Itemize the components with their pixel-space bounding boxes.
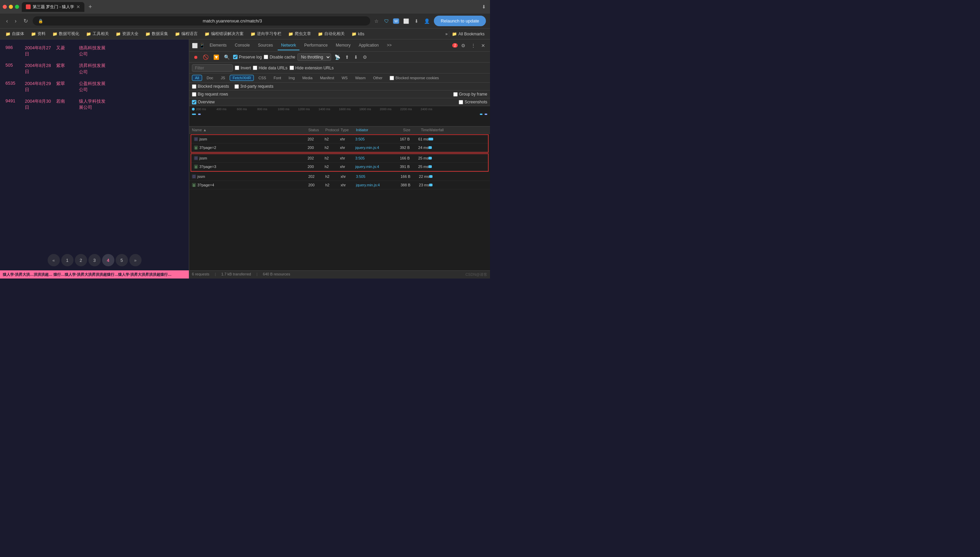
tab-elements[interactable]: Elements [206,41,230,50]
network-row-jssm-2[interactable]: □ jssm 202 h2 xhr 3:505 166 B 25 ms [191,154,488,163]
bookmark-resources[interactable]: 📁 资源大全 [113,30,141,37]
row-initiator-1[interactable]: 3:505 [355,137,389,141]
type-btn-css[interactable]: CSS [255,75,269,81]
reload-button[interactable]: ↻ [21,16,30,26]
upload-icon[interactable]: ⬆ [344,54,351,60]
bookmark-media[interactable]: 📁 自媒体 [3,30,27,37]
bookmark-reverse[interactable]: 📁 逆向学习专栏 [248,30,284,37]
network-row-page4[interactable]: {} 3?page=4 200 h2 xhr jquery.min.js:4 3… [189,181,490,189]
profile-icon[interactable]: 👤 [423,17,431,25]
header-name[interactable]: Name ▲ [192,128,308,132]
bookmark-debug[interactable]: 📁 编程错误解决方案 [202,30,247,37]
devtools-inspect-icon[interactable]: ⬜ [192,43,198,48]
type-btn-wasm[interactable]: Wasm [352,75,369,81]
blocked-requests-label[interactable]: Blocked requests [192,84,229,89]
active-tab[interactable]: 第三题 罗生门 - 猿人学 ✕ [22,2,84,12]
page-5-button[interactable]: 5 [116,254,128,266]
tab-network[interactable]: Network [278,41,299,50]
page-1-button[interactable]: 1 [61,254,74,266]
hide-data-urls-label[interactable]: Hide data URLs [253,66,287,70]
network-row-page3[interactable]: {} 3?page=3 200 h2 xhr jquery.min.js:4 3… [191,163,488,171]
bookmark-spider[interactable]: 📁 爬虫文章 [286,30,314,37]
invert-checkbox[interactable] [235,66,239,70]
url-bar[interactable]: 🔒 match.yuanrenxue.cn/match/3 [33,16,370,26]
bookmark-star-icon[interactable]: ☆ [373,17,380,25]
type-btn-img[interactable]: Img [286,75,298,81]
page-3-button[interactable]: 3 [88,254,101,266]
type-btn-ws[interactable]: WS [338,75,351,81]
type-btn-other[interactable]: Other [370,75,385,81]
bookmark-data-collect[interactable]: 📁 数据采集 [142,30,171,37]
extension-icon-1[interactable]: W [393,18,399,24]
blocked-requests-checkbox[interactable] [192,84,196,89]
row-initiator-4[interactable]: jquery.min.js:4 [355,164,389,169]
bookmark-tools[interactable]: 📁 工具相关 [83,30,112,37]
new-tab-button[interactable]: + [86,3,95,11]
shield-icon[interactable]: 🛡 [383,17,390,25]
settings-icon[interactable]: ⚙ [459,41,467,50]
hide-ext-urls-label[interactable]: Hide extension URLs [289,66,334,70]
tab-console[interactable]: Console [231,41,253,50]
network-row-jssm-3[interactable]: □ jssm 202 h2 xhr 3:505 166 B 22 ms [189,173,490,181]
bookmark-lang[interactable]: 📁 编程语言 [172,30,201,37]
overview-checkbox[interactable] [192,100,196,104]
row-initiator-6[interactable]: jquery.min.js:4 [356,183,390,187]
tab-memory[interactable]: Memory [332,41,354,50]
close-devtools-icon[interactable]: ✕ [479,41,487,50]
bookmark-k8s[interactable]: 📁 k8s [349,31,367,37]
hide-ext-urls-checkbox[interactable] [289,66,294,70]
big-rows-checkbox[interactable] [192,92,196,96]
network-row-page2[interactable]: {} 3?page=2 200 h2 xhr jquery.min.js:4 3… [191,143,488,152]
tab-close-button[interactable]: ✕ [76,4,80,10]
bookmark-info[interactable]: 📁 资料 [28,30,48,37]
preserve-log-checkbox[interactable] [233,55,237,59]
record-button[interactable]: ⏺ [192,54,199,60]
third-party-checkbox[interactable] [234,84,239,89]
prev-page-button[interactable]: « [47,254,60,266]
type-btn-all[interactable]: All [192,75,202,81]
row-initiator-2[interactable]: jquery.min.js:4 [355,145,389,150]
type-btn-doc[interactable]: Doc [204,75,216,81]
type-btn-font[interactable]: Font [271,75,284,81]
tab-sources[interactable]: Sources [255,41,276,50]
row-initiator-3[interactable]: 3:505 [355,156,389,160]
page-4-button[interactable]: 4 [102,254,114,266]
gear-icon[interactable]: ⚙ [361,54,369,60]
type-btn-js[interactable]: JS [218,75,228,81]
third-party-label[interactable]: 3rd-party requests [234,84,273,89]
header-protocol[interactable]: Protocol [325,128,341,132]
next-page-button[interactable]: » [129,254,142,266]
overview-label[interactable]: Overview [192,99,215,104]
back-button[interactable]: ‹ [4,17,10,26]
tab-application[interactable]: Application [355,41,382,50]
extension-icon-2[interactable]: ⬜ [402,17,410,25]
group-by-frame-label[interactable]: Group by frame [453,92,487,96]
type-btn-media[interactable]: Media [299,75,315,81]
header-time[interactable]: Time [410,128,429,132]
minimize-button[interactable] [9,5,13,9]
header-waterfall[interactable]: Waterfall [429,128,487,132]
page-2-button[interactable]: 2 [75,254,87,266]
bookmark-all[interactable]: 📁 All Bookmarks [449,31,487,37]
maximize-button[interactable] [15,5,19,9]
hide-data-urls-checkbox[interactable] [253,66,257,70]
bookmark-dataviz[interactable]: 📁 数据可视化 [50,30,82,37]
type-btn-manifest[interactable]: Manifest [317,75,337,81]
clear-button[interactable]: 🚫 [201,54,210,60]
blocked-cookies-label[interactable]: Blocked response cookies [390,76,439,80]
relaunch-button[interactable]: Relaunch to update [434,16,486,26]
preserve-log-label[interactable]: Preserve log [233,55,262,60]
download-icon[interactable]: ⬇ [413,17,420,25]
offline-icon[interactable]: 📡 [333,54,341,60]
disable-cache-checkbox[interactable] [264,55,268,59]
devtools-device-icon[interactable]: 📱 [199,43,205,48]
screenshots-checkbox[interactable] [459,100,463,104]
big-rows-label[interactable]: Big request rows [192,92,228,96]
network-row-jssm-1[interactable]: □ jssm 202 h2 xhr 3:505 167 B 61 ms [191,135,488,143]
type-btn-fetch-xhr[interactable]: Fetch/XHR [230,75,254,81]
filter-icon[interactable]: 🔽 [212,54,220,60]
disable-cache-label[interactable]: Disable cache [264,55,295,60]
header-status[interactable]: Status [308,128,325,132]
throttle-select[interactable]: No throttling Slow 3G Fast 3G [297,54,331,61]
row-initiator-5[interactable]: 3:505 [356,174,390,179]
